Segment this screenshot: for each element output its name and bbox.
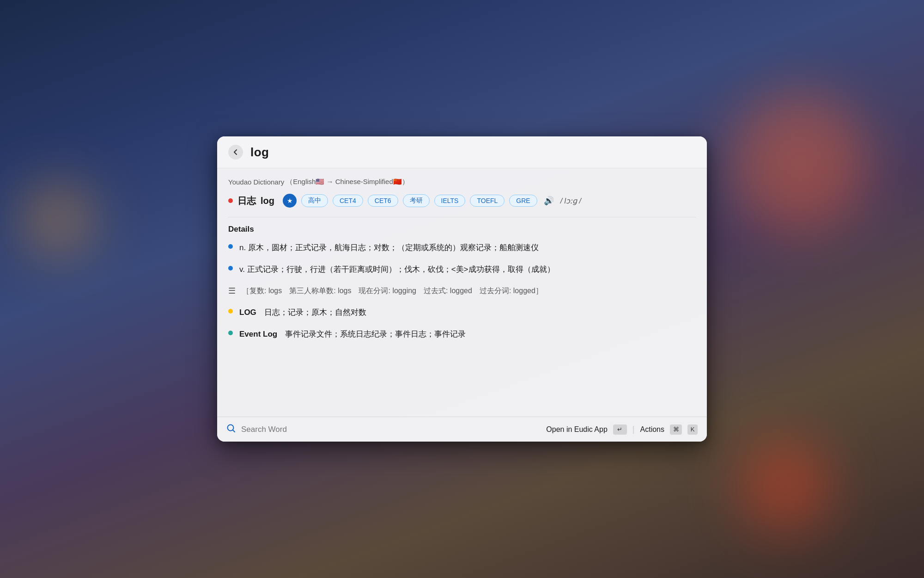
tag-toefl[interactable]: TOEFL xyxy=(470,195,505,207)
tag-cet4[interactable]: CET4 xyxy=(333,195,363,207)
search-icon-bottom xyxy=(226,424,236,435)
def-text-log: LOG 日志；记录；原木；自然对数 xyxy=(239,306,366,319)
def-text-1: n. 原木，圆材；正式记录，航海日志；对数；（定期或系统的）观察记录；船舶测速仪 xyxy=(239,241,539,254)
details-title: Details xyxy=(228,225,696,234)
dictionary-window: log Youdao Dictionary （English🇺🇸 → Chine… xyxy=(217,136,707,442)
definition-log: LOG 日志；记录；原木；自然对数 xyxy=(228,306,696,319)
title-bar: log xyxy=(217,136,707,168)
bg-glow-1 xyxy=(730,92,869,231)
tag-cet6[interactable]: CET6 xyxy=(368,195,398,207)
back-button[interactable] xyxy=(228,145,243,160)
k-key[interactable]: K xyxy=(687,424,698,435)
grammar-icon: ☰ xyxy=(228,286,236,296)
search-input[interactable] xyxy=(241,425,541,434)
content-area: Youdao Dictionary （English🇺🇸 → Chinese-S… xyxy=(217,168,707,417)
blue-dot-1 xyxy=(228,244,233,249)
details-section: Details n. 原木，圆材；正式记录，航海日志；对数；（定期或系统的）观察… xyxy=(228,225,696,340)
content-divider xyxy=(228,217,696,217)
bg-glow-3 xyxy=(23,185,92,254)
star-icon-symbol: ★ xyxy=(287,197,293,204)
word-chinese: 日志 xyxy=(237,195,256,207)
def-text-event-log: Event Log 事件记录文件；系统日志纪录；事件日志；事件记录 xyxy=(239,328,466,340)
bg-glow-2 xyxy=(739,439,832,532)
separator: | xyxy=(632,424,635,434)
phonetic-text: / lɔːɡ / xyxy=(560,197,581,205)
word-english: log xyxy=(261,196,274,206)
dict-source-text: Youdao Dictionary xyxy=(228,178,284,186)
return-key[interactable]: ↵ xyxy=(613,424,627,435)
open-eudic-button[interactable]: Open in Eudic App xyxy=(546,425,608,434)
grammar-forms: ☰ ［复数: logs 第三人称单数: logs 现在分词: logging 过… xyxy=(228,285,696,297)
back-arrow-icon xyxy=(232,149,239,155)
teal-dot xyxy=(228,331,233,335)
definition-list: n. 原木，圆材；正式记录，航海日志；对数；（定期或系统的）观察记录；船舶测速仪… xyxy=(228,241,696,340)
red-dot-indicator xyxy=(228,198,233,203)
cmd-key[interactable]: ⌘ xyxy=(670,424,682,435)
tag-gre[interactable]: GRE xyxy=(509,195,537,207)
yellow-dot xyxy=(228,309,233,314)
definition-1: n. 原木，圆材；正式记录，航海日志；对数；（定期或系统的）观察记录；船舶测速仪 xyxy=(228,241,696,254)
definition-event-log: Event Log 事件记录文件；系统日志纪录；事件日志；事件记录 xyxy=(228,328,696,340)
bottom-bar: Open in Eudic App ↵ | Actions ⌘ K xyxy=(217,417,707,442)
tag-kaoyan[interactable]: 考研 xyxy=(403,194,430,207)
word-entry: 日志 log ★ 高中 CET4 CET6 考研 IELTS TOEFL GRE… xyxy=(228,194,696,208)
volume-icon[interactable]: 🔊 xyxy=(544,196,554,206)
star-button[interactable]: ★ xyxy=(283,194,297,208)
def-text-2: v. 正式记录；行驶，行进（若干距离或时间）；伐木，砍伐；<美>成功获得，取得（… xyxy=(239,263,555,276)
window-title: log xyxy=(250,145,269,160)
tag-gaodong[interactable]: 高中 xyxy=(301,194,328,207)
dict-source: Youdao Dictionary （English🇺🇸 → Chinese-S… xyxy=(228,178,696,186)
tag-ielts[interactable]: IELTS xyxy=(434,195,466,207)
grammar-text: ［复数: logs 第三人称单数: logs 现在分词: logging 过去式… xyxy=(242,285,543,297)
blue-dot-2 xyxy=(228,266,233,271)
dict-direction-text: （English🇺🇸 → Chinese-Simplified🇨🇳） xyxy=(286,178,409,186)
definition-2: v. 正式记录；行驶，行进（若干距离或时间）；伐木，砍伐；<美>成功获得，取得（… xyxy=(228,263,696,276)
actions-button[interactable]: Actions xyxy=(640,425,664,434)
